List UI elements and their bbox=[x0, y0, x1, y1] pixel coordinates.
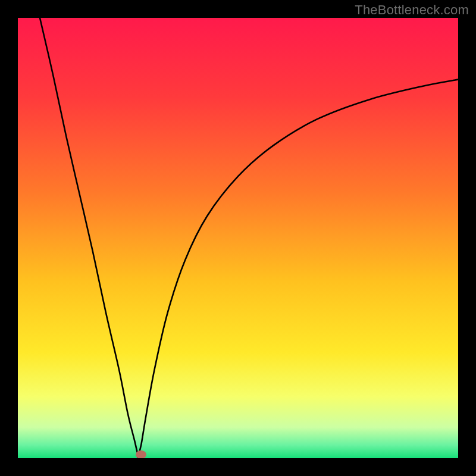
optimal-point-marker bbox=[136, 450, 146, 458]
plot-area bbox=[18, 18, 458, 458]
attribution-label: TheBottleneck.com bbox=[355, 2, 469, 18]
chart-frame: TheBottleneck.com bbox=[0, 0, 476, 476]
bottleneck-curve bbox=[18, 18, 458, 458]
